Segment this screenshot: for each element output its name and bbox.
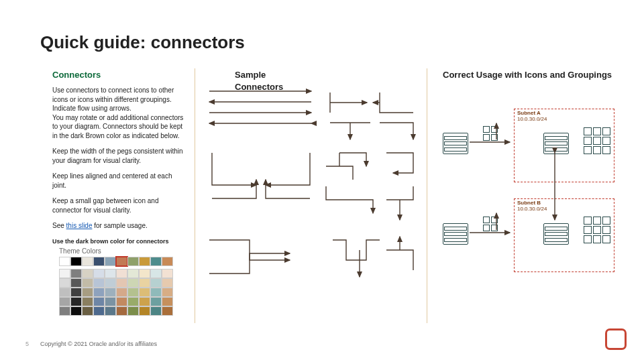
color-swatch[interactable] (150, 269, 162, 278)
slide: Quick guide: connectors Connectors Sampl… (0, 0, 644, 362)
color-swatch[interactable] (116, 278, 127, 288)
color-swatch[interactable] (105, 288, 116, 297)
color-swatch[interactable] (105, 257, 116, 266)
color-swatch[interactable] (82, 278, 93, 288)
color-swatch[interactable] (70, 269, 82, 278)
color-swatch[interactable] (162, 306, 173, 316)
color-swatch[interactable] (150, 288, 162, 297)
color-swatch[interactable] (116, 306, 127, 316)
copyright: Copyright © 2021 Oracle and/or its affil… (40, 341, 157, 347)
color-swatch[interactable] (93, 297, 105, 306)
color-swatch[interactable] (93, 288, 105, 297)
color-swatch[interactable] (139, 269, 150, 278)
color-swatch[interactable] (70, 288, 82, 297)
para: See this slide for sample usage. (52, 221, 186, 231)
color-swatch[interactable] (105, 306, 116, 316)
color-swatch[interactable] (127, 306, 139, 316)
color-swatch[interactable] (162, 269, 173, 278)
color-swatch[interactable] (82, 288, 93, 297)
slide-title: Quick guide: connectors (40, 32, 245, 53)
para: Keep the width of the pegs consistent wi… (52, 147, 186, 165)
color-swatch[interactable] (105, 269, 116, 278)
color-swatch[interactable] (116, 288, 127, 297)
color-swatch[interactable] (59, 278, 70, 288)
color-swatch[interactable] (70, 297, 82, 306)
color-swatch[interactable] (70, 306, 82, 316)
color-swatch[interactable] (59, 306, 70, 316)
para: Keep a small gap between icon and connec… (52, 196, 186, 215)
color-palette (59, 257, 174, 316)
color-swatch[interactable] (162, 297, 173, 306)
color-swatch[interactable] (93, 269, 105, 278)
para: Keep lines aligned and centered at each … (52, 172, 186, 190)
color-swatch[interactable] (93, 257, 105, 266)
color-swatch[interactable] (150, 297, 162, 306)
body-text: Use connectors to connect icons to other… (52, 86, 186, 316)
color-swatch[interactable] (93, 306, 105, 316)
color-swatch[interactable] (127, 288, 139, 297)
sample-usage-link[interactable]: this slide (66, 222, 93, 229)
theme-colors-label: Theme Colors (59, 247, 186, 256)
color-swatch[interactable] (59, 288, 70, 297)
color-swatch[interactable] (162, 288, 173, 297)
color-swatch[interactable] (70, 278, 82, 288)
color-swatch[interactable] (59, 297, 70, 306)
color-swatch[interactable] (127, 257, 139, 266)
color-swatch[interactable] (127, 278, 139, 288)
color-swatch[interactable] (105, 278, 116, 288)
swatch-note: Use the dark brown color for connectors (52, 237, 186, 245)
color-swatch[interactable] (162, 278, 173, 288)
color-swatch[interactable] (150, 306, 162, 316)
col-head-right: Correct Usage with Icons and Groupings (443, 68, 617, 80)
color-swatch[interactable] (116, 297, 127, 306)
color-swatch[interactable] (127, 297, 139, 306)
oracle-logo-icon (605, 328, 627, 350)
page-number: 5 (25, 341, 29, 347)
para: Use connectors to connect icons to other… (52, 86, 186, 140)
color-swatch[interactable] (139, 288, 150, 297)
color-swatch[interactable] (82, 297, 93, 306)
color-swatch[interactable] (82, 269, 93, 278)
color-swatch[interactable] (82, 306, 93, 316)
color-swatch[interactable] (139, 278, 150, 288)
color-swatch[interactable] (59, 257, 70, 266)
color-swatch[interactable] (59, 269, 70, 278)
color-swatch[interactable] (93, 278, 105, 288)
color-swatch[interactable] (139, 297, 150, 306)
usage-figure: Subnet A10.0.30.0/24 Subnet B10.0.30.0/2… (443, 86, 624, 307)
color-swatch[interactable] (105, 297, 116, 306)
color-swatch[interactable] (150, 278, 162, 288)
color-swatch[interactable] (139, 257, 150, 266)
divider (427, 68, 427, 323)
color-swatch[interactable] (162, 257, 173, 266)
color-swatch[interactable] (116, 269, 127, 278)
color-swatch[interactable] (116, 257, 127, 266)
divider (195, 68, 195, 323)
color-swatch[interactable] (70, 257, 82, 266)
col-head-left: Connectors (52, 68, 186, 80)
color-swatch[interactable] (82, 257, 93, 266)
sample-connectors-figure (205, 86, 420, 287)
color-swatch[interactable] (139, 306, 150, 316)
color-swatch[interactable] (150, 257, 162, 266)
color-swatch[interactable] (127, 269, 139, 278)
